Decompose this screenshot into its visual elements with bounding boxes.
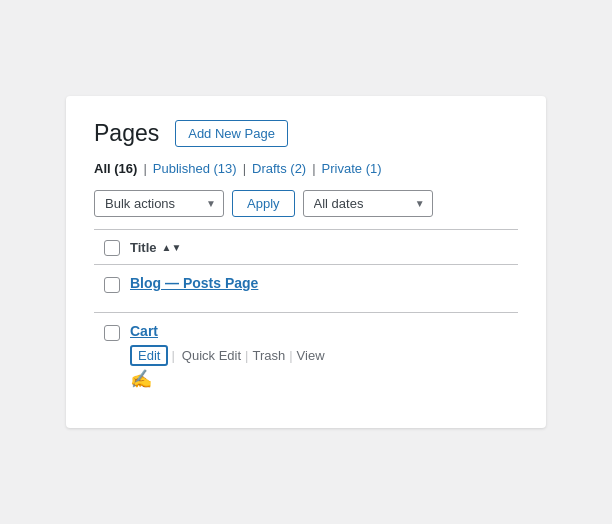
select-all-checkbox[interactable] bbox=[104, 240, 120, 256]
action-sep-1: | bbox=[171, 348, 174, 363]
trash-action-link[interactable]: Trash bbox=[248, 348, 289, 363]
row-checkbox-blog[interactable] bbox=[104, 277, 120, 293]
view-action-link[interactable]: View bbox=[293, 348, 329, 363]
cart-page-link[interactable]: Cart bbox=[130, 323, 329, 339]
blog-page-link[interactable]: Blog — Posts Page bbox=[130, 275, 258, 291]
table-row: Blog — Posts Page bbox=[94, 265, 518, 313]
table-header: Title ▲▼ bbox=[94, 230, 518, 265]
row-checkbox-cart[interactable] bbox=[104, 325, 120, 341]
quick-edit-action-link[interactable]: Quick Edit bbox=[178, 348, 245, 363]
filter-drafts[interactable]: Drafts (2) bbox=[252, 161, 306, 176]
filter-published[interactable]: Published (13) bbox=[153, 161, 237, 176]
table-row: Cart Edit | Quick Edit | Trash | View ✍ bbox=[94, 313, 518, 400]
apply-button[interactable]: Apply bbox=[232, 190, 295, 217]
pages-panel: Pages Add New Page All (16) | Published … bbox=[66, 96, 546, 428]
add-new-page-button[interactable]: Add New Page bbox=[175, 120, 288, 147]
bulk-actions-wrapper: Bulk actions Edit Move to Trash ▼ bbox=[94, 190, 224, 217]
date-filter-wrapper: All dates ▼ bbox=[303, 190, 433, 217]
sep-3: | bbox=[312, 161, 315, 176]
filter-links: All (16) | Published (13) | Drafts (2) |… bbox=[94, 161, 518, 176]
date-filter-select[interactable]: All dates bbox=[303, 190, 433, 217]
edit-action-link[interactable]: Edit bbox=[130, 345, 168, 366]
filter-all[interactable]: All (16) bbox=[94, 161, 137, 176]
cursor-hand-icon: ✍ bbox=[130, 368, 329, 390]
toolbar: Bulk actions Edit Move to Trash ▼ Apply … bbox=[94, 190, 518, 229]
title-column-header: Title ▲▼ bbox=[130, 240, 181, 255]
panel-header: Pages Add New Page bbox=[94, 120, 518, 147]
row-title-blog: Blog — Posts Page bbox=[130, 275, 258, 291]
bulk-actions-select[interactable]: Bulk actions Edit Move to Trash bbox=[94, 190, 224, 217]
sep-2: | bbox=[243, 161, 246, 176]
pages-table: Title ▲▼ Blog — Posts Page Cart Edit | Q… bbox=[94, 229, 518, 400]
page-title: Pages bbox=[94, 120, 159, 147]
sep-1: | bbox=[143, 161, 146, 176]
filter-private[interactable]: Private (1) bbox=[322, 161, 382, 176]
row-actions-cart: Edit | Quick Edit | Trash | View bbox=[130, 345, 329, 366]
row-content-cart: Cart Edit | Quick Edit | Trash | View ✍ bbox=[130, 323, 329, 390]
sort-icon: ▲▼ bbox=[162, 242, 182, 253]
